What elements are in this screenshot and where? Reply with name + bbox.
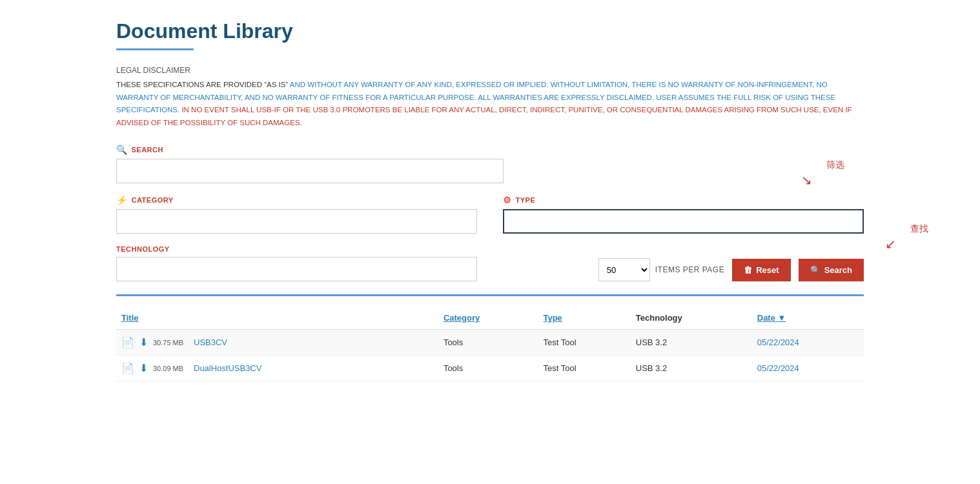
file-size: 30.75 MB bbox=[153, 339, 189, 347]
doc-icon: 📄 bbox=[121, 362, 134, 374]
download-icon[interactable]: ⬇ bbox=[139, 362, 148, 374]
reset-button[interactable]: 🗑 Reset bbox=[732, 259, 790, 281]
technology-input[interactable] bbox=[116, 257, 477, 281]
page-title: Document Library bbox=[116, 19, 864, 43]
col-type: Type bbox=[538, 307, 630, 330]
type-col: ⚙ TYPE 筛选 ↘ bbox=[503, 195, 864, 234]
row-category: Tools bbox=[438, 356, 538, 381]
table-header-row: Title Category Type Technology Date ▼ bbox=[116, 307, 864, 330]
table-body: 📄 ⬇ 30.75 MB USB3CV Tools Test Tool USB … bbox=[116, 330, 864, 381]
trash-icon: 🗑 bbox=[744, 265, 752, 275]
type-input[interactable] bbox=[503, 209, 864, 234]
category-label: ⚡ CATEGORY bbox=[116, 195, 477, 205]
gear-icon: ⚙ bbox=[503, 195, 512, 205]
doc-title-link[interactable]: DualHostUSB3CV bbox=[194, 363, 262, 373]
col-date: Date ▼ bbox=[752, 307, 864, 330]
search-label: 🔍 SEARCH bbox=[116, 145, 864, 155]
technology-col: TECHNOLOGY bbox=[116, 245, 477, 281]
items-per-page-group: 10 25 50 100 ITEMS PER PAGE bbox=[598, 258, 724, 281]
legal-section: LEGAL DISCLAIMER THESE SPECIFICATIONS AR… bbox=[116, 66, 864, 129]
title-underline bbox=[116, 48, 194, 50]
col-title-link[interactable]: Title bbox=[121, 313, 139, 323]
table-row: 📄 ⬇ 30.75 MB USB3CV Tools Test Tool USB … bbox=[116, 330, 864, 356]
search-button-wrapper: 🔍 Search 查找 ↙ bbox=[799, 259, 864, 281]
row-icons-title-cell: 📄 ⬇ 30.09 MB DualHostUSB3CV bbox=[116, 356, 438, 381]
row-type: Test Tool bbox=[538, 356, 630, 381]
filter-section: 🔍 SEARCH ⚡ CATEGORY ⚙ TYPE 筛选 bbox=[116, 145, 864, 281]
items-per-page-label: ITEMS PER PAGE bbox=[655, 265, 724, 274]
buttons-area: 10 25 50 100 ITEMS PER PAGE 🗑 Reset 🔍 Se… bbox=[503, 258, 864, 281]
row-date: 05/22/2024 bbox=[752, 356, 864, 381]
search-icon: 🔍 bbox=[116, 145, 128, 155]
row-technology: USB 3.2 bbox=[631, 330, 752, 356]
col-type-link[interactable]: Type bbox=[543, 313, 562, 323]
doc-title-link[interactable]: USB3CV bbox=[194, 338, 227, 347]
doc-icon: 📄 bbox=[121, 336, 134, 348]
download-icon[interactable]: ⬇ bbox=[139, 336, 148, 348]
items-per-page-select[interactable]: 10 25 50 100 bbox=[598, 258, 650, 281]
legal-disclaimer-title: LEGAL DISCLAIMER bbox=[116, 66, 864, 75]
category-type-row: ⚡ CATEGORY ⚙ TYPE 筛选 ↘ bbox=[116, 195, 864, 234]
type-label: ⚙ TYPE bbox=[503, 195, 864, 205]
row-icons-title-cell: 📄 ⬇ 30.75 MB USB3CV bbox=[116, 330, 438, 356]
row-technology: USB 3.2 bbox=[631, 356, 752, 381]
row-date: 05/22/2024 bbox=[752, 330, 864, 356]
table-row: 📄 ⬇ 30.09 MB DualHostUSB3CV Tools Test T… bbox=[116, 356, 864, 381]
search-button[interactable]: 🔍 Search bbox=[799, 259, 864, 281]
search-arrow-icon: ↙ bbox=[885, 236, 896, 252]
technology-label: TECHNOLOGY bbox=[116, 245, 477, 253]
row-type: Test Tool bbox=[538, 330, 630, 356]
row-date-link[interactable]: 05/22/2024 bbox=[757, 338, 799, 347]
file-size: 30.09 MB bbox=[153, 365, 189, 372]
col-technology: Technology bbox=[631, 307, 752, 330]
section-divider bbox=[116, 294, 864, 296]
row-date-link[interactable]: 05/22/2024 bbox=[757, 363, 799, 373]
search-annotation-chinese: 查找 bbox=[910, 223, 928, 235]
search-btn-icon: 🔍 bbox=[810, 265, 821, 275]
results-table: Title Category Type Technology Date ▼ 📄 … bbox=[116, 307, 864, 381]
col-title: Title bbox=[116, 307, 438, 330]
legal-disclaimer-text: THESE SPECIFICATIONS ARE PROVIDED “AS IS… bbox=[116, 79, 864, 129]
search-input[interactable] bbox=[116, 159, 504, 183]
col-category-link[interactable]: Category bbox=[444, 313, 480, 323]
technology-buttons-row: TECHNOLOGY 10 25 50 100 ITEMS PER PAGE 🗑 bbox=[116, 245, 864, 281]
col-category: Category bbox=[438, 307, 538, 330]
row-category: Tools bbox=[438, 330, 538, 356]
col-date-link[interactable]: Date ▼ bbox=[757, 313, 786, 323]
category-col: ⚡ CATEGORY bbox=[116, 195, 477, 234]
table-header: Title Category Type Technology Date ▼ bbox=[116, 307, 864, 330]
lightning-icon: ⚡ bbox=[116, 195, 128, 205]
category-input[interactable] bbox=[116, 209, 477, 234]
